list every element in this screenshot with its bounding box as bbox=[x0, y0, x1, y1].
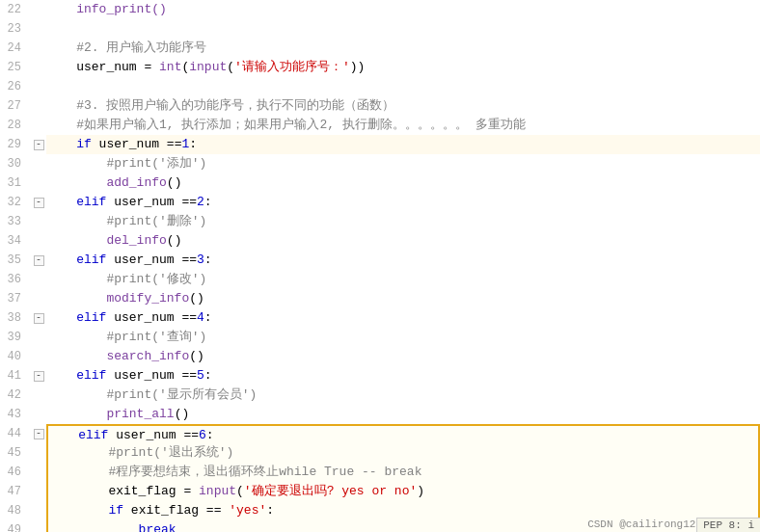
code-token: : bbox=[204, 195, 212, 209]
fold-cell bbox=[31, 520, 46, 532]
code-token: if bbox=[48, 503, 131, 518]
code-line: #print('删除') bbox=[46, 212, 760, 231]
code-token: #如果用户输入1, 执行添加；如果用户输入2, 执行删除。。。。。。 多重功能 bbox=[46, 118, 526, 132]
fold-cell bbox=[31, 328, 46, 347]
code-token: del_info bbox=[46, 233, 167, 248]
fold-button[interactable]: - bbox=[34, 313, 44, 324]
code-token: == bbox=[181, 253, 197, 267]
line-number: 45 bbox=[0, 443, 26, 463]
code-token: == bbox=[167, 137, 182, 151]
line-number: 29 bbox=[0, 135, 26, 154]
code-token: 'yes' bbox=[221, 503, 266, 518]
line-number: 49 bbox=[0, 520, 26, 532]
code-line: elif user_num ==2: bbox=[46, 193, 760, 212]
code-token: user_num = bbox=[46, 60, 159, 74]
code-token: if bbox=[46, 137, 99, 151]
line-number: 47 bbox=[0, 482, 26, 501]
code-token: elif bbox=[48, 428, 116, 442]
fold-cell bbox=[31, 289, 46, 308]
code-token: 3 bbox=[197, 253, 204, 267]
fold-cell bbox=[31, 96, 46, 116]
line-number: 41 bbox=[0, 366, 26, 386]
pep-badge[interactable]: PEP 8: i bbox=[696, 518, 760, 532]
fold-cell bbox=[31, 270, 46, 289]
line-number: 33 bbox=[0, 212, 26, 231]
code-token: () bbox=[167, 175, 182, 190]
fold-cell bbox=[31, 39, 46, 58]
fold-button[interactable]: - bbox=[34, 371, 44, 382]
code-line: add_info() bbox=[46, 173, 760, 193]
code-token: break bbox=[48, 522, 176, 532]
code-token: () bbox=[167, 233, 182, 248]
code-token: : bbox=[204, 368, 212, 383]
line-number: 44 bbox=[0, 424, 26, 443]
line-number: 48 bbox=[0, 501, 26, 520]
code-line: if exit_flag == 'yes': bbox=[46, 501, 760, 520]
code-token: int bbox=[159, 60, 181, 74]
code-token: modify_info bbox=[46, 291, 189, 306]
fold-cell[interactable]: - bbox=[31, 193, 46, 212]
line-number: 43 bbox=[0, 405, 26, 424]
code-token: == bbox=[181, 195, 197, 209]
fold-cell bbox=[31, 443, 46, 463]
code-token: 5 bbox=[197, 368, 204, 383]
line-number: 26 bbox=[0, 77, 26, 96]
code-token: user_num bbox=[114, 310, 181, 325]
fold-cell bbox=[31, 173, 46, 193]
line-number: 35 bbox=[0, 251, 26, 270]
line-number: 27 bbox=[0, 96, 26, 116]
line-numbers: 2223242526272829303132333435363738394041… bbox=[0, 0, 31, 532]
fold-cell[interactable]: - bbox=[31, 424, 46, 443]
code-line: info_print() bbox=[46, 0, 760, 19]
line-number: 36 bbox=[0, 270, 26, 289]
line-number: 25 bbox=[0, 58, 26, 77]
code-token: 6 bbox=[199, 428, 206, 442]
code-token: #程序要想结束，退出循环终止while True -- break bbox=[48, 465, 421, 479]
code-token: == bbox=[181, 368, 197, 383]
line-number: 24 bbox=[0, 39, 26, 58]
fold-button[interactable]: - bbox=[34, 140, 44, 150]
code-token: () bbox=[189, 349, 204, 363]
line-number: 39 bbox=[0, 328, 26, 347]
code-line: elif user_num ==3: bbox=[46, 251, 760, 270]
code-line: elif user_num ==5: bbox=[46, 366, 760, 386]
line-number: 42 bbox=[0, 386, 26, 405]
fold-cell bbox=[31, 154, 46, 173]
code-token: #3. 按照用户输入的功能序号，执行不同的功能（函数） bbox=[46, 98, 394, 113]
fold-cell[interactable]: - bbox=[31, 366, 46, 386]
code-line: print_all() bbox=[46, 405, 760, 424]
fold-button[interactable]: - bbox=[34, 198, 44, 208]
code-token: #2. 用户输入功能序号 bbox=[46, 40, 206, 55]
line-number: 23 bbox=[0, 19, 26, 39]
code-line: elif user_num ==4: bbox=[46, 308, 760, 328]
code-token: 2 bbox=[197, 195, 204, 209]
fold-cell bbox=[31, 386, 46, 405]
code-line: #print('退出系统') bbox=[46, 443, 760, 463]
fold-cell[interactable]: - bbox=[31, 308, 46, 328]
code-token: exit_flag = bbox=[48, 484, 199, 498]
fold-cell bbox=[31, 116, 46, 135]
code-token: ) bbox=[417, 484, 424, 498]
code-token: elif bbox=[46, 195, 114, 209]
fold-button[interactable]: - bbox=[34, 255, 44, 266]
code-line: modify_info() bbox=[46, 289, 760, 308]
code-line: if user_num ==1: bbox=[46, 135, 760, 154]
fold-button[interactable]: - bbox=[34, 429, 44, 439]
code-line: exit_flag = input('确定要退出吗? yes or no') bbox=[46, 482, 760, 501]
code-token: add_info bbox=[46, 175, 167, 190]
code-line: #print('修改') bbox=[46, 270, 760, 289]
code-token: user_num bbox=[114, 368, 181, 383]
code-token: #print('显示所有会员') bbox=[46, 387, 257, 402]
line-number: 40 bbox=[0, 347, 26, 366]
code-token: ( bbox=[227, 60, 234, 74]
fold-cell[interactable]: - bbox=[31, 251, 46, 270]
code-line bbox=[46, 19, 760, 39]
code-line bbox=[46, 77, 760, 96]
fold-cell[interactable]: - bbox=[31, 135, 46, 154]
line-number: 31 bbox=[0, 173, 26, 193]
code-line: #如果用户输入1, 执行添加；如果用户输入2, 执行删除。。。。。。 多重功能 bbox=[46, 116, 760, 135]
code-token: elif bbox=[46, 368, 114, 383]
line-number: 28 bbox=[0, 116, 26, 135]
code-token: () bbox=[189, 291, 204, 306]
code-token: '确定要退出吗? yes or no' bbox=[244, 484, 417, 498]
